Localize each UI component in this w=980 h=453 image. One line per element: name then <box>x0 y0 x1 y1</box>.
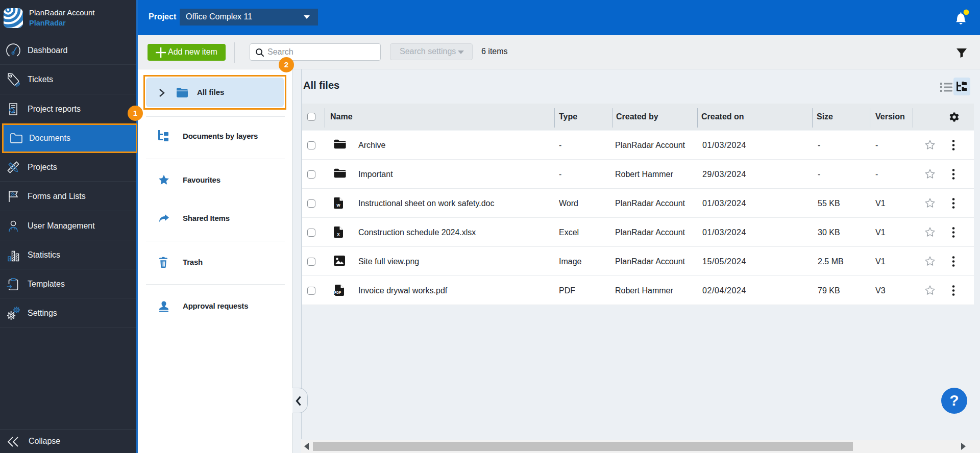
svg-text:x: x <box>337 232 339 237</box>
svg-text:w: w <box>336 203 340 208</box>
svg-text:PDF: PDF <box>334 291 341 294</box>
